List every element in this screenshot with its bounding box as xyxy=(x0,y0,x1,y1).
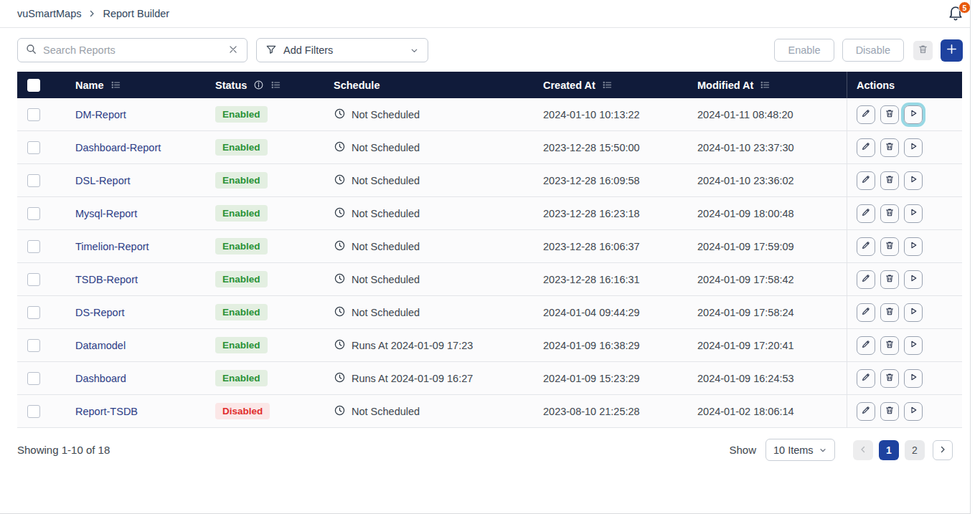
modified-at-cell: 2024-01-09 16:24:53 xyxy=(697,373,847,384)
enable-button[interactable]: Enable xyxy=(774,39,834,62)
edit-button[interactable] xyxy=(857,237,875,256)
column-header-actions: Actions xyxy=(847,72,962,98)
edit-button[interactable] xyxy=(857,402,875,421)
row-checkbox[interactable] xyxy=(27,372,40,385)
edit-button[interactable] xyxy=(857,138,875,157)
row-checkbox-cell xyxy=(17,339,75,352)
delete-button[interactable] xyxy=(880,402,899,421)
row-checkbox[interactable] xyxy=(27,339,40,352)
previous-page-button[interactable] xyxy=(853,440,873,460)
pencil-icon xyxy=(861,339,871,351)
status-badge: Enabled xyxy=(215,337,268,353)
list-icon[interactable] xyxy=(270,80,281,90)
report-name-cell: Datamodel xyxy=(75,340,215,351)
column-header-status[interactable]: Status xyxy=(215,80,334,91)
delete-button[interactable] xyxy=(880,237,899,256)
report-name-link[interactable]: Timelion-Report xyxy=(75,241,149,252)
trash-icon xyxy=(885,207,895,219)
status-badge: Enabled xyxy=(215,172,268,189)
delete-button[interactable] xyxy=(880,369,899,388)
list-icon[interactable] xyxy=(602,80,613,90)
report-name-cell: Timelion-Report xyxy=(75,241,215,252)
pencil-icon xyxy=(861,141,871,153)
status-cell: Enabled xyxy=(215,106,334,123)
column-header-name[interactable]: Name xyxy=(75,80,215,91)
delete-button[interactable] xyxy=(880,138,899,157)
search-input[interactable] xyxy=(43,44,221,56)
row-checkbox[interactable] xyxy=(27,207,40,220)
play-icon xyxy=(908,339,918,351)
edit-button[interactable] xyxy=(857,336,875,355)
row-checkbox[interactable] xyxy=(27,240,40,253)
next-page-button[interactable] xyxy=(933,440,953,460)
row-checkbox[interactable] xyxy=(27,405,40,418)
scrollbar-track[interactable] xyxy=(970,0,980,514)
run-button[interactable] xyxy=(904,138,923,157)
report-name-link[interactable]: Datamodel xyxy=(75,340,126,351)
bulk-delete-button[interactable] xyxy=(913,41,933,60)
run-button[interactable] xyxy=(904,105,923,124)
delete-button[interactable] xyxy=(880,336,899,355)
add-report-button[interactable] xyxy=(941,39,963,62)
play-icon xyxy=(908,207,918,219)
select-all-checkbox[interactable] xyxy=(27,79,40,92)
run-button[interactable] xyxy=(904,204,923,223)
page-button-2[interactable]: 2 xyxy=(905,440,925,460)
edit-button[interactable] xyxy=(857,171,875,190)
search-clear-button[interactable] xyxy=(227,43,240,58)
run-button[interactable] xyxy=(904,336,923,355)
created-at-cell: 2023-12-28 16:09:58 xyxy=(543,175,697,186)
list-icon[interactable] xyxy=(110,80,121,90)
page-button-1[interactable]: 1 xyxy=(879,440,899,460)
delete-button[interactable] xyxy=(880,105,899,124)
edit-button[interactable] xyxy=(857,303,875,322)
run-button[interactable] xyxy=(904,402,923,421)
edit-button[interactable] xyxy=(857,270,875,289)
table-body: DM-Report Enabled Not Scheduled 2024-01-… xyxy=(17,98,962,428)
run-button[interactable] xyxy=(904,237,923,256)
report-name-link[interactable]: Dashboard xyxy=(75,373,126,384)
run-button[interactable] xyxy=(904,369,923,388)
row-checkbox[interactable] xyxy=(27,174,40,187)
report-name-cell: Dashboard xyxy=(75,373,215,384)
delete-button[interactable] xyxy=(880,303,899,322)
report-name-link[interactable]: DM-Report xyxy=(75,109,126,120)
breadcrumb-page: Report Builder xyxy=(103,8,169,19)
edit-button[interactable] xyxy=(857,369,875,388)
reports-table: Name Status Schedule Created At xyxy=(17,72,962,428)
row-checkbox[interactable] xyxy=(27,141,40,154)
delete-button[interactable] xyxy=(880,171,899,190)
show-label: Show xyxy=(729,444,756,456)
report-name-link[interactable]: Report-TSDB xyxy=(75,406,138,417)
report-name-link[interactable]: TSDB-Report xyxy=(75,274,138,285)
report-name-link[interactable]: DS-Report xyxy=(75,307,125,318)
column-header-created[interactable]: Created At xyxy=(543,80,697,91)
notifications-button[interactable]: 5 xyxy=(947,4,967,24)
list-icon[interactable] xyxy=(760,80,771,90)
report-name-link[interactable]: DSL-Report xyxy=(75,175,131,186)
add-filters-dropdown[interactable]: Add Filters xyxy=(256,38,428,62)
disable-button[interactable]: Disable xyxy=(842,39,904,62)
breadcrumb-app[interactable]: vuSmartMaps xyxy=(17,8,81,19)
report-name-link[interactable]: Mysql-Report xyxy=(75,208,137,219)
run-button[interactable] xyxy=(904,171,923,190)
run-button[interactable] xyxy=(904,303,923,322)
info-icon[interactable] xyxy=(253,80,264,90)
clock-icon xyxy=(334,272,346,287)
delete-button[interactable] xyxy=(880,270,899,289)
created-at-cell: 2023-08-10 21:25:28 xyxy=(543,406,697,417)
row-checkbox[interactable] xyxy=(27,273,40,286)
page-size-select[interactable]: 10 Items xyxy=(765,439,835,461)
status-badge: Enabled xyxy=(215,370,268,386)
row-checkbox[interactable] xyxy=(27,306,40,319)
edit-button[interactable] xyxy=(857,105,875,124)
clock-icon xyxy=(334,206,346,221)
toolbar-actions: Enable Disable xyxy=(774,39,963,62)
actions-cell xyxy=(847,131,962,163)
delete-button[interactable] xyxy=(880,204,899,223)
row-checkbox[interactable] xyxy=(27,108,40,121)
column-header-modified[interactable]: Modified At xyxy=(697,80,847,91)
run-button[interactable] xyxy=(904,270,923,289)
report-name-link[interactable]: Dashboard-Report xyxy=(75,142,161,153)
edit-button[interactable] xyxy=(857,204,875,223)
